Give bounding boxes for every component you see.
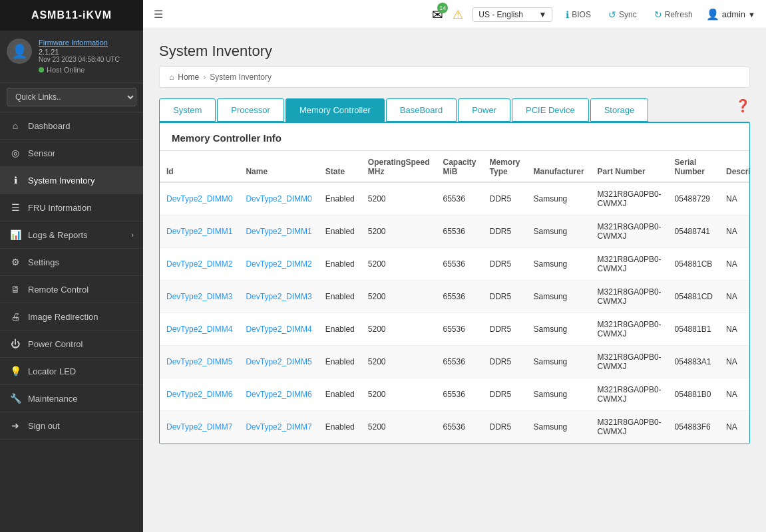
cell-manufacturer: Samsung	[527, 281, 591, 313]
sidebar-item-settings[interactable]: ⚙ Settings	[0, 249, 143, 276]
tab-system[interactable]: System	[159, 98, 216, 122]
fru-information-icon: ☰	[9, 202, 21, 213]
sidebar-item-logs-reports[interactable]: 📊 Logs & Reports ›	[0, 221, 143, 249]
main-content: ☰ ✉ 14 ⚠ US - English ▼ ℹ BIOS ↺ Sync ↻ …	[143, 0, 766, 532]
refresh-icon: ↻	[654, 9, 662, 20]
maintenance-label: Maintenance	[28, 394, 77, 404]
sidebar-item-image-redirection[interactable]: 🖨 Image Redirection	[0, 303, 143, 331]
email-button[interactable]: ✉ 14	[432, 7, 443, 23]
cell-id: DevType2_DIMM2	[160, 248, 239, 281]
cell-serial-number: 054883F6	[668, 411, 719, 444]
cell-state: Enabled	[319, 378, 361, 411]
table-body: DevType2_DIMM0DevType2_DIMM0Enabled52006…	[160, 182, 749, 444]
refresh-button[interactable]: ↻ Refresh	[650, 7, 697, 22]
table-row: DevType2_DIMM3DevType2_DIMM3Enabled52006…	[160, 281, 749, 313]
cell-capacity: 65536	[436, 248, 482, 281]
cell-id: DevType2_DIMM1	[160, 215, 239, 248]
breadcrumb-home-link[interactable]: Home	[178, 72, 199, 82]
tab-baseboard[interactable]: BaseBoard	[386, 98, 457, 122]
cell-memory-type: DDR5	[483, 313, 527, 346]
cell-state: Enabled	[319, 215, 361, 248]
quicklinks-select[interactable]: Quick Links..	[7, 88, 136, 106]
bios-button[interactable]: ℹ BIOS	[562, 7, 595, 22]
col-header-name: Name	[239, 151, 318, 182]
cell-state: Enabled	[319, 411, 361, 444]
tab-pcie-device[interactable]: PCIE Device	[512, 98, 589, 122]
sidebar-item-sign-out[interactable]: ➜ Sign out	[0, 412, 143, 440]
cell-name: DevType2_DIMM2	[239, 248, 318, 281]
cell-id: DevType2_DIMM5	[160, 346, 239, 378]
firmware-version: 2.1.21	[39, 48, 120, 56]
warning-icon[interactable]: ⚠	[453, 7, 463, 22]
dashboard-icon: ⌂	[9, 120, 21, 131]
language-selector[interactable]: US - English ▼	[473, 7, 552, 22]
locator-led-icon: 💡	[9, 366, 21, 376]
cell-memory-type: DDR5	[483, 248, 527, 281]
cell-name: DevType2_DIMM4	[239, 313, 318, 346]
refresh-label: Refresh	[665, 10, 693, 19]
logs-reports-label: Logs & Reports	[28, 230, 88, 240]
cell-id: DevType2_DIMM7	[160, 411, 239, 444]
col-header-manufacturer: Manufacturer	[527, 151, 591, 182]
cell-name: DevType2_DIMM1	[239, 215, 318, 248]
admin-arrow-icon: ▼	[748, 11, 755, 19]
sync-label: Sync	[619, 10, 637, 19]
app-title: ASMB11-iKVM	[0, 0, 143, 31]
cell-serial-number: 054883A1	[668, 346, 719, 378]
cell-id: DevType2_DIMM6	[160, 378, 239, 411]
help-icon[interactable]: ❓	[735, 98, 750, 113]
remote-control-icon: 🖥	[9, 284, 21, 295]
sidebar-item-fru-information[interactable]: ☰ FRU Information	[0, 194, 143, 221]
sidebar-item-system-inventory[interactable]: ℹ System Inventory	[0, 167, 143, 194]
table-row: DevType2_DIMM6DevType2_DIMM6Enabled52006…	[160, 378, 749, 411]
language-label: US - English	[479, 10, 523, 19]
cell-state: Enabled	[319, 182, 361, 215]
cell-serial-number: 05488741	[668, 215, 719, 248]
tab-memory-controller[interactable]: Memory Controller	[286, 98, 385, 122]
cell-manufacturer: Samsung	[527, 248, 591, 281]
menu-icon[interactable]: ☰	[154, 8, 163, 21]
cell-manufacturer: Samsung	[527, 378, 591, 411]
breadcrumb-home-icon: ⌂	[169, 72, 174, 82]
cell-part-number: M321R8GA0PB0-CWMXJ	[591, 281, 668, 313]
admin-button[interactable]: 👤 admin ▼	[706, 8, 755, 21]
logs-reports-arrow-icon: ›	[131, 231, 134, 239]
cell-manufacturer: Samsung	[527, 182, 591, 215]
cell-operating-speed: 5200	[361, 313, 437, 346]
user-info: Firmware Information 2.1.21 Nov 23 2023 …	[39, 39, 120, 74]
cell-manufacturer: Samsung	[527, 346, 591, 378]
sidebar-item-dashboard[interactable]: ⌂ Dashboard	[0, 112, 143, 140]
sidebar-item-remote-control[interactable]: 🖥 Remote Control	[0, 276, 143, 303]
tab-power[interactable]: Power	[458, 98, 510, 122]
sidebar-item-power-control[interactable]: ⏻ Power Control	[0, 331, 143, 358]
table-row: DevType2_DIMM2DevType2_DIMM2Enabled52006…	[160, 248, 749, 281]
cell-description: NA	[719, 281, 749, 313]
page-title: System Inventory	[159, 43, 750, 60]
cell-manufacturer: Samsung	[527, 313, 591, 346]
col-header-description: Descripti...	[719, 151, 749, 182]
cell-operating-speed: 5200	[361, 182, 437, 215]
host-status: Host Online	[39, 66, 120, 74]
sidebar-item-sensor[interactable]: ◎ Sensor	[0, 140, 143, 167]
breadcrumb: ⌂ Home › System Inventory	[159, 66, 750, 88]
sync-button[interactable]: ↺ Sync	[604, 7, 641, 22]
cell-capacity: 65536	[436, 346, 482, 378]
cell-state: Enabled	[319, 313, 361, 346]
tab-processor[interactable]: Processor	[217, 98, 284, 122]
cell-memory-type: DDR5	[483, 411, 527, 444]
dashboard-label: Dashboard	[28, 121, 71, 131]
firmware-link[interactable]: Firmware Information	[39, 39, 120, 47]
tab-storage[interactable]: Storage	[590, 98, 649, 122]
cell-memory-type: DDR5	[483, 281, 527, 313]
cell-memory-type: DDR5	[483, 215, 527, 248]
sidebar-item-maintenance[interactable]: 🔧 Maintenance	[0, 385, 143, 412]
host-status-dot	[39, 67, 44, 72]
system-inventory-icon: ℹ	[9, 175, 21, 186]
cell-id: DevType2_DIMM4	[160, 313, 239, 346]
cell-part-number: M321R8GA0PB0-CWMXJ	[591, 346, 668, 378]
power-control-icon: ⏻	[9, 338, 21, 349]
cell-name: DevType2_DIMM5	[239, 346, 318, 378]
cell-name: DevType2_DIMM0	[239, 182, 318, 215]
sensor-label: Sensor	[28, 148, 55, 158]
sidebar-item-locator-led[interactable]: 💡 Locator LED	[0, 358, 143, 385]
